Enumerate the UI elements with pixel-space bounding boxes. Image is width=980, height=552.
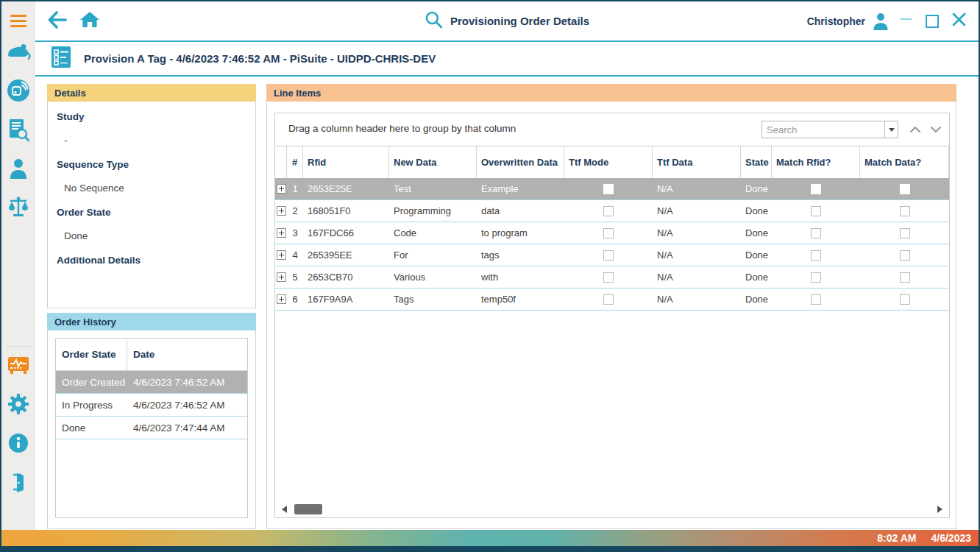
minimize-button[interactable] bbox=[896, 12, 915, 31]
history-date-cell: 4/6/2023 7:47:44 AM bbox=[127, 417, 247, 439]
ttf-mode-checkbox[interactable] bbox=[603, 184, 614, 194]
cell-rfid: 167FDC66 bbox=[303, 222, 389, 244]
cell-overwritten-data: tags bbox=[477, 244, 564, 266]
cell-state: Done bbox=[741, 266, 772, 288]
order-history-row[interactable]: Order Created4/6/2023 7:46:52 AM bbox=[56, 371, 247, 394]
line-item-row[interactable]: 2168051F0ProgrammingdataN/ADone bbox=[275, 200, 949, 222]
match-data-checkbox[interactable] bbox=[900, 206, 910, 216]
back-button[interactable] bbox=[47, 10, 68, 32]
cell-ttf-data: N/A bbox=[653, 244, 741, 266]
column-header-overwritten-data[interactable]: Overwritten Data bbox=[477, 146, 564, 178]
home-button[interactable] bbox=[79, 10, 100, 32]
line-item-row[interactable]: 3167FDC66Codeto programN/ADone bbox=[275, 222, 949, 244]
column-header-match-rfid[interactable]: Match Rfid? bbox=[772, 146, 860, 178]
sidebar-item-order-review[interactable] bbox=[4, 117, 32, 145]
cell-ttf-data: N/A bbox=[653, 266, 741, 288]
ttf-mode-checkbox[interactable] bbox=[603, 250, 614, 261]
horizontal-scrollbar[interactable] bbox=[276, 502, 948, 517]
column-header-ttf-mode[interactable]: Ttf Mode bbox=[564, 146, 653, 178]
grid-header-row: #RfidNew DataOverwritten DataTtf ModeTtf… bbox=[275, 146, 949, 178]
sidebar-item-users[interactable] bbox=[4, 156, 32, 184]
cell-ttf-data: N/A bbox=[653, 222, 741, 244]
cell-match-data bbox=[860, 222, 949, 244]
detail-field-label: Sequence Type bbox=[48, 149, 255, 174]
line-item-row[interactable]: 12653E25ETestExampleN/ADone bbox=[275, 178, 949, 200]
cell-overwritten-data: to program bbox=[477, 222, 564, 244]
expand-row-button[interactable] bbox=[277, 272, 286, 282]
cell-row-number: 6 bbox=[287, 289, 303, 310]
expand-row-button[interactable] bbox=[277, 184, 286, 194]
details-panel-header: Details bbox=[47, 84, 256, 102]
match-rfid-checkbox[interactable] bbox=[811, 206, 821, 216]
settings-gear-icon bbox=[7, 393, 29, 418]
scroll-right-icon[interactable] bbox=[937, 506, 942, 513]
user-avatar[interactable] bbox=[871, 12, 890, 31]
line-item-row[interactable]: 52653CB70VariouswithN/ADone bbox=[275, 266, 949, 289]
sidebar-item-animals[interactable] bbox=[4, 39, 32, 67]
column-header-match-data[interactable]: Match Data? bbox=[860, 146, 949, 178]
match-data-checkbox[interactable] bbox=[900, 250, 910, 261]
expand-row-button[interactable] bbox=[277, 206, 286, 216]
match-rfid-checkbox[interactable] bbox=[811, 184, 821, 194]
cell-match-data bbox=[860, 178, 949, 199]
expand-row-button[interactable] bbox=[277, 294, 286, 304]
hamburger-menu-icon[interactable] bbox=[10, 15, 26, 27]
column-header-ttf-data[interactable]: Ttf Data bbox=[653, 146, 741, 178]
scales-icon bbox=[7, 196, 30, 222]
order-history-row[interactable]: In Progress4/6/2023 7:46:52 AM bbox=[56, 394, 247, 417]
maximize-button[interactable] bbox=[923, 12, 942, 31]
search-next-button[interactable] bbox=[928, 125, 943, 134]
match-data-checkbox[interactable] bbox=[900, 228, 910, 238]
sidebar-item-rfid-tags[interactable] bbox=[4, 78, 32, 106]
search-input[interactable] bbox=[762, 121, 884, 138]
search-dropdown-button[interactable] bbox=[884, 121, 898, 138]
ttf-mode-checkbox[interactable] bbox=[603, 206, 614, 216]
minimize-icon bbox=[901, 18, 912, 20]
group-by-panel[interactable]: Drag a column header here to group by th… bbox=[275, 113, 949, 146]
column-header-state[interactable]: State bbox=[741, 146, 772, 178]
match-data-checkbox[interactable] bbox=[900, 272, 910, 283]
ttf-mode-checkbox[interactable] bbox=[603, 228, 614, 238]
search-prev-button[interactable] bbox=[908, 125, 923, 134]
cell-ttf-mode bbox=[564, 222, 653, 244]
ttf-mode-checkbox[interactable] bbox=[603, 294, 614, 305]
sidebar-item-about[interactable] bbox=[4, 431, 32, 459]
cell-row-number: 1 bbox=[287, 178, 303, 199]
column-header-date[interactable]: Date bbox=[127, 339, 247, 370]
scroll-left-icon[interactable] bbox=[282, 506, 287, 513]
line-item-row[interactable]: 4265395EEFortagsN/ADone bbox=[275, 244, 949, 266]
history-state-cell: Order Created bbox=[56, 371, 127, 393]
sidebar-item-settings[interactable] bbox=[4, 392, 32, 420]
cell-ttf-mode bbox=[564, 200, 653, 222]
match-rfid-checkbox[interactable] bbox=[811, 250, 821, 261]
column-header-[interactable]: # bbox=[287, 146, 303, 178]
match-rfid-checkbox[interactable] bbox=[811, 272, 821, 283]
column-header-new-data[interactable]: New Data bbox=[389, 146, 477, 178]
column-header-expand[interactable] bbox=[275, 146, 287, 178]
expand-row-button[interactable] bbox=[277, 250, 286, 260]
scrollbar-thumb[interactable] bbox=[294, 504, 322, 514]
cell-row-number: 2 bbox=[287, 200, 303, 222]
match-rfid-checkbox[interactable] bbox=[811, 228, 821, 238]
mouse-icon bbox=[6, 42, 31, 64]
line-item-row[interactable]: 6167F9A9ATagstemp50fN/ADone bbox=[275, 289, 949, 311]
cell-match-data bbox=[860, 244, 949, 266]
history-date-cell: 4/6/2023 7:46:52 AM bbox=[127, 394, 247, 416]
details-panel-body: Study-Sequence TypeNo SequenceOrder Stat… bbox=[47, 102, 256, 308]
order-history-panel-body: Order State Date Order Created4/6/2023 7… bbox=[47, 330, 256, 529]
cell-rfid: 2653E25E bbox=[303, 178, 389, 199]
sidebar-item-compliance[interactable] bbox=[4, 195, 32, 223]
status-time: 8:02 AM bbox=[877, 532, 916, 544]
sidebar-item-exit[interactable] bbox=[4, 470, 32, 498]
match-rfid-checkbox[interactable] bbox=[811, 294, 821, 305]
order-history-row[interactable]: Done4/6/2023 7:47:44 AM bbox=[56, 417, 247, 439]
cell-new-data: Code bbox=[389, 222, 477, 244]
close-button[interactable] bbox=[949, 12, 968, 31]
ttf-mode-checkbox[interactable] bbox=[603, 272, 614, 283]
match-data-checkbox[interactable] bbox=[900, 184, 910, 194]
expand-row-button[interactable] bbox=[277, 228, 286, 238]
column-header-order-state[interactable]: Order State bbox=[56, 339, 127, 370]
match-data-checkbox[interactable] bbox=[900, 294, 910, 305]
column-header-rfid[interactable]: Rfid bbox=[303, 146, 389, 178]
sidebar-item-instruments[interactable] bbox=[4, 353, 32, 381]
